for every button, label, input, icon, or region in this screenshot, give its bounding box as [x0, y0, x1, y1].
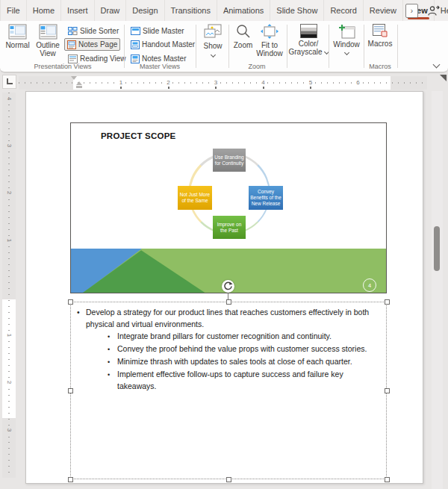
fit-to-window-label: Fit to Window	[256, 41, 283, 57]
slide-master-label: Slide Master	[143, 27, 184, 35]
ruler-number: 3	[5, 144, 13, 147]
presentation-views-group-label: Presentation Views	[3, 63, 122, 70]
tab-stop-mark	[310, 87, 311, 89]
slide-master-button[interactable]: Slide Master	[128, 25, 187, 37]
ruler-number: 2	[5, 381, 13, 384]
bullet-icon: •	[108, 330, 117, 343]
new-window-icon	[338, 24, 355, 39]
tab-transitions[interactable]: Transitions	[165, 0, 217, 21]
outline-view-button[interactable]: Outline View	[33, 24, 63, 57]
macros-icon	[373, 24, 388, 38]
ruler-number: 1	[118, 78, 124, 87]
ruler-ticks	[8, 93, 10, 478]
tab-stop-mark	[120, 87, 122, 89]
notes-line: Integrate brand pillars for customer rec…	[117, 330, 332, 343]
notes-line: Develop a strategy for our product lines…	[86, 306, 376, 330]
notes-master-icon	[131, 54, 140, 63]
macros-button[interactable]: Macros	[366, 24, 394, 48]
group-separator	[364, 25, 364, 68]
notes-bullet-level2: • Convey the proof behind the value prop…	[108, 343, 373, 355]
color-grayscale-button[interactable]: Color/ Grayscale	[290, 24, 327, 56]
notes-master-label: Notes Master	[142, 54, 186, 63]
resize-handle-ne[interactable]	[385, 299, 390, 305]
group-separator	[397, 25, 398, 68]
zoom-button[interactable]: Zoom	[231, 24, 255, 49]
handout-master-icon	[131, 40, 140, 49]
notes-line: Convey the proof behind the value props …	[117, 343, 367, 355]
resize-handle-sw[interactable]	[68, 477, 73, 482]
ruler-number: 3	[5, 428, 13, 431]
notes-placeholder[interactable]: • Develop a strategy for our product lin…	[70, 302, 387, 479]
normal-view-label: Normal	[5, 41, 29, 49]
ruler-number: 1	[5, 333, 13, 336]
bullet-icon: •	[108, 343, 117, 355]
tab-animations[interactable]: Animations	[217, 0, 270, 21]
zoom-label: Zoom	[234, 41, 253, 49]
resize-handle-n[interactable]	[226, 299, 231, 305]
tab-draw[interactable]: Draw	[95, 0, 127, 21]
resize-handle-nw[interactable]	[68, 299, 73, 305]
first-line-indent-marker[interactable]	[71, 76, 77, 80]
more-tabs-button[interactable]: ›	[405, 4, 418, 18]
tab-selector-box[interactable]	[2, 75, 16, 89]
notes-bullet-level1: • Develop a strategy for our product lin…	[77, 306, 376, 330]
slide-thumbnail[interactable]: PROJECT SCOPE Use Branding for Continuit…	[70, 122, 387, 293]
ribbon: Normal Outline View	[0, 21, 448, 72]
tab-review[interactable]: Review	[364, 0, 403, 21]
tab-record[interactable]: Record	[324, 0, 363, 21]
show-label: Show	[203, 42, 222, 50]
tab-type-icon	[7, 78, 13, 84]
outline-view-icon	[39, 24, 57, 40]
fit-to-window-button[interactable]: Fit to Window	[256, 24, 283, 57]
slide-title: PROJECT SCOPE	[101, 131, 175, 140]
notes-text[interactable]: • Develop a strategy for our product lin…	[77, 306, 382, 392]
tab-stop-mark	[168, 87, 169, 89]
tab-file[interactable]: File	[0, 0, 27, 21]
master-views-group-label: Master Views	[125, 63, 194, 70]
ruler-number: 4	[5, 96, 13, 99]
ruler-number: 3	[213, 78, 219, 87]
ruler-number: 6	[355, 78, 361, 87]
tab-design[interactable]: Design	[126, 0, 164, 21]
tab-slide-show[interactable]: Slide Show	[270, 0, 324, 21]
notes-page-button[interactable]: Notes Page	[64, 38, 120, 51]
rotate-handle[interactable]	[222, 280, 234, 293]
collapse-ribbon-icon[interactable]	[433, 61, 441, 69]
left-indent-marker[interactable]	[76, 86, 82, 88]
macros-label: Macros	[368, 40, 393, 48]
vertical-scrollbar[interactable]	[432, 91, 443, 489]
normal-view-button[interactable]: Normal	[4, 24, 31, 49]
slide-sorter-button[interactable]: Slide Sorter	[66, 25, 121, 37]
window-dropdown-button[interactable]: Window	[331, 24, 362, 54]
tab-home[interactable]: Home	[27, 0, 61, 21]
zoom-group-label: Zoom	[228, 63, 285, 70]
tab-insert[interactable]: Insert	[61, 0, 95, 21]
hanging-indent-marker[interactable]	[76, 81, 82, 85]
group-separator	[196, 25, 196, 68]
slide-number-badge: 4	[363, 278, 376, 292]
color-grayscale-icon	[300, 24, 317, 38]
slide-sorter-label: Slide Sorter	[80, 27, 119, 35]
show-icon	[204, 24, 222, 40]
ruler-number: 1	[5, 238, 13, 241]
group-separator	[124, 25, 125, 68]
resize-handle-w[interactable]	[68, 388, 73, 393]
scroll-up-icon[interactable]	[440, 75, 447, 88]
ruler-number: 2	[165, 78, 171, 87]
group-separator	[228, 25, 229, 68]
notes-page[interactable]: PROJECT SCOPE Use Branding for Continuit…	[25, 91, 423, 484]
share-button[interactable]	[426, 3, 442, 18]
vertical-ruler[interactable]: 4 3 2 1 1 2 3	[2, 93, 16, 478]
resize-handle-e[interactable]	[385, 388, 390, 393]
powerpoint-window: File Home Insert Draw Design Transitions…	[0, 0, 448, 489]
chevron-down-icon	[210, 52, 215, 57]
scrollbar-thumb[interactable]	[434, 226, 440, 271]
handout-master-button[interactable]: Handout Master	[128, 38, 197, 51]
show-dropdown-button[interactable]: Show	[198, 24, 228, 57]
resize-handle-s[interactable]	[226, 477, 231, 482]
normal-view-icon	[8, 24, 27, 40]
zoom-magnifier-icon	[235, 24, 251, 40]
notes-bullet-level2: • Minimize thrash with updates to sales …	[108, 355, 373, 368]
resize-handle-se[interactable]	[385, 477, 390, 482]
notes-page-icon	[67, 40, 76, 49]
